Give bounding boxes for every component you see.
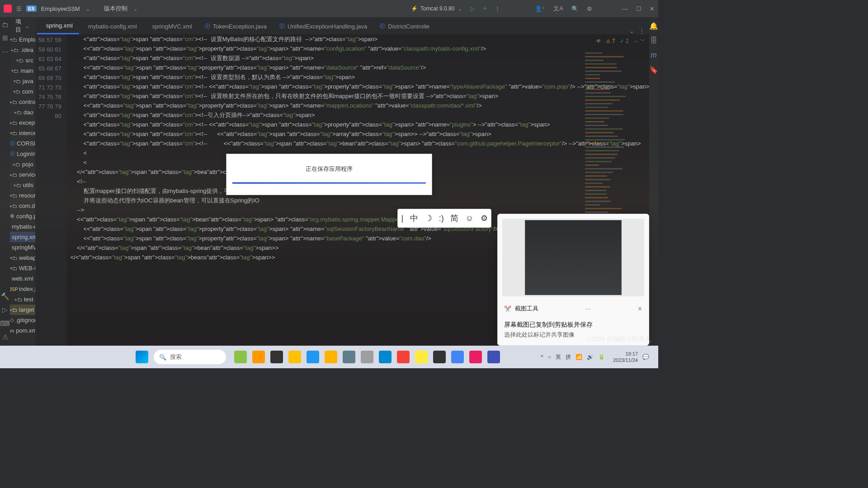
terminal-tool-icon[interactable]: ⌨	[0, 319, 10, 328]
tray-item[interactable]: 拼	[566, 353, 571, 361]
tray-item[interactable]: 英	[556, 353, 561, 361]
tree-row[interactable]: ▾🗀interceptor	[10, 128, 35, 138]
tree-row[interactable]: springMVC.xml2023/11/23 16:12, 2.12	[10, 242, 35, 253]
taskbar-clock[interactable]: 18:172023/11/24	[613, 351, 638, 363]
editor-tab[interactable]: ⓒTokenException.java	[198, 18, 273, 34]
checks-badge[interactable]: ✓ 2	[620, 38, 629, 44]
warnings-badge[interactable]: ⚠ 7	[606, 38, 615, 44]
tab-dropdown-icon[interactable]: ⌄	[629, 28, 634, 34]
tree-row[interactable]: ▸🗀.idea	[10, 45, 35, 55]
tree-row[interactable]: mybatis-config.xml2023/11/20 20:4	[10, 221, 35, 232]
tree-row[interactable]: ▸🗀com.dao	[10, 201, 35, 211]
build-tool-icon[interactable]: 🔨	[1, 292, 9, 300]
bookmarks-tool-icon[interactable]: 🔖	[649, 66, 658, 74]
editor-tab[interactable]: ⓒUnifiedExceptionHandling.java	[273, 18, 373, 34]
tree-row[interactable]: ⓒCORSInterceptor2023/11/17 1	[10, 138, 35, 149]
taskbar-app[interactable]	[234, 351, 247, 363]
ime-toolbar[interactable]: |中☽:)简☺⚙	[397, 209, 491, 228]
tree-row[interactable]: ⚙config.properties2023/11/18 12:39, 1	[10, 211, 35, 221]
ime-button[interactable]: 中	[410, 213, 418, 224]
taskbar-search[interactable]: 🔍 搜索	[154, 350, 226, 364]
tray-battery-icon[interactable]: 🔋	[598, 354, 605, 360]
project-name[interactable]: EmployeeSSM	[41, 5, 80, 12]
tree-row[interactable]: ◇.gitignore2023/11/18 9:41, 490 B	[10, 315, 35, 325]
start-button[interactable]	[136, 351, 148, 363]
run-tool-icon[interactable]: ▷	[2, 306, 8, 314]
tree-row[interactable]: JSPindex.jsp2023/11/18 9:41, 57 B	[10, 284, 35, 294]
maximize-icon[interactable]: ☐	[636, 5, 642, 12]
tree-row[interactable]: ▾🗀main	[10, 66, 35, 76]
search-icon[interactable]: 🔍	[571, 5, 579, 12]
taskbar-app[interactable]	[288, 351, 301, 363]
ime-button[interactable]: |	[401, 214, 403, 223]
notification-center-icon[interactable]: 💬	[642, 354, 649, 360]
tree-row[interactable]: ▸🗀service	[10, 169, 35, 180]
structure-tool-icon[interactable]: ⊞	[2, 34, 8, 42]
tree-row[interactable]: mpom.xml2023/11/24 17:17, 9 kB	[10, 325, 35, 336]
tree-row[interactable]: ▾🗀com	[10, 86, 35, 97]
tree-row[interactable]: ▸🗀dao	[10, 107, 35, 117]
run-button[interactable]: ▷	[471, 5, 475, 12]
close-icon[interactable]: ✕	[650, 5, 655, 12]
tree-row[interactable]: ▸🗀pojo	[10, 159, 35, 169]
taskbar-app[interactable]	[325, 351, 337, 363]
tree-row[interactable]: ▸🗀controller	[10, 97, 35, 107]
project-tree[interactable]: ▾🗀EmployeeSSMD:\javaworkspace\EmployeeSS…	[10, 34, 35, 355]
taskbar-app[interactable]	[252, 351, 265, 363]
ime-button[interactable]: ⚙	[481, 213, 488, 223]
inspector-nav[interactable]: ︿ ﹀	[633, 37, 646, 45]
tab-more-icon[interactable]: ⋮	[639, 28, 645, 34]
taskbar-app[interactable]	[415, 351, 428, 363]
main-menu-icon[interactable]: ☰	[16, 5, 22, 12]
vcs-menu[interactable]: 版本控制	[104, 5, 127, 13]
notifications-icon[interactable]: 🔔	[649, 22, 658, 30]
tree-row[interactable]: ▾🗀webapp	[10, 253, 35, 263]
tray-sound-icon[interactable]: 🔊	[587, 354, 594, 360]
editor-tab[interactable]: spring.xml	[37, 18, 79, 34]
tree-row[interactable]: ▸🗀test	[10, 294, 35, 305]
translate-icon[interactable]: 文A	[553, 5, 563, 13]
system-tray[interactable]: ^○英拼 📶 🔊 🔋 18:172023/11/24 💬	[541, 351, 649, 363]
tree-row[interactable]: ▾🗀EmployeeSSMD:\javaworkspace\EmployeeSS	[10, 34, 35, 45]
hide-inspector-icon[interactable]: 👁	[596, 38, 601, 44]
taskbar-app[interactable]	[397, 351, 410, 363]
project-tool-icon[interactable]: 🗀	[2, 21, 9, 28]
ime-button[interactable]: ☽	[425, 213, 432, 223]
taskbar-app[interactable]	[361, 351, 373, 363]
more-tool-icon[interactable]: ⋯	[2, 47, 9, 56]
tree-row[interactable]: ▸🗀exception	[10, 117, 35, 128]
editor-tab[interactable]: springMVC.xml	[143, 18, 198, 34]
taskbar-app[interactable]	[307, 351, 319, 363]
tree-row[interactable]: ▸🗀target	[10, 305, 35, 315]
tree-row[interactable]: spring.xml2023/11/21 14:03, 4.12 kB	[10, 232, 35, 242]
tray-item[interactable]: ○	[548, 354, 551, 360]
tree-row[interactable]: ▾🗀java	[10, 76, 35, 86]
debug-button[interactable]: ⌖	[483, 5, 486, 12]
tree-row[interactable]: ▸🗀utils	[10, 180, 35, 190]
project-panel-header[interactable]: 项目⌄	[10, 17, 35, 34]
problems-tool-icon[interactable]: ⚠	[2, 333, 8, 341]
taskbar-app[interactable]	[270, 351, 283, 363]
taskbar-app[interactable]	[487, 351, 500, 363]
tree-row[interactable]: ▾🗀src	[10, 55, 35, 66]
taskbar-app[interactable]	[469, 351, 482, 363]
ime-button[interactable]: 简	[450, 213, 458, 224]
ime-button[interactable]: :)	[439, 214, 444, 223]
minimize-icon[interactable]: —	[622, 5, 628, 12]
db-tool-icon[interactable]: 🗄	[650, 37, 657, 45]
snip-toast[interactable]: ✂️ 截图工具 ⋯ ✕ 屏幕截图已复制到剪贴板并保存 选择此处以标记并共享图像	[497, 214, 649, 346]
ime-button[interactable]: ☺	[465, 214, 473, 223]
taskbar-app[interactable]	[343, 351, 355, 363]
settings-icon[interactable]: ⚙	[587, 5, 592, 12]
tree-row[interactable]: ▾🗀WEB-INF	[10, 263, 35, 273]
toast-close-icon[interactable]: ✕	[637, 305, 642, 312]
maven-tool-icon[interactable]: m	[651, 51, 656, 59]
tray-wifi-icon[interactable]: 📶	[576, 354, 582, 360]
tree-row[interactable]: ⓒLoginInterceptor2023/11/23 1	[10, 149, 35, 159]
editor-tab[interactable]: ⓒDistrictControlle	[373, 18, 436, 34]
taskbar-app[interactable]	[379, 351, 392, 363]
chevron-down-icon[interactable]: ⌄	[85, 5, 90, 12]
taskbar-app[interactable]	[451, 351, 464, 363]
editor-tab[interactable]: mybatis-config.xml	[79, 18, 143, 34]
chevron-down-icon[interactable]: ⌄	[133, 5, 138, 12]
